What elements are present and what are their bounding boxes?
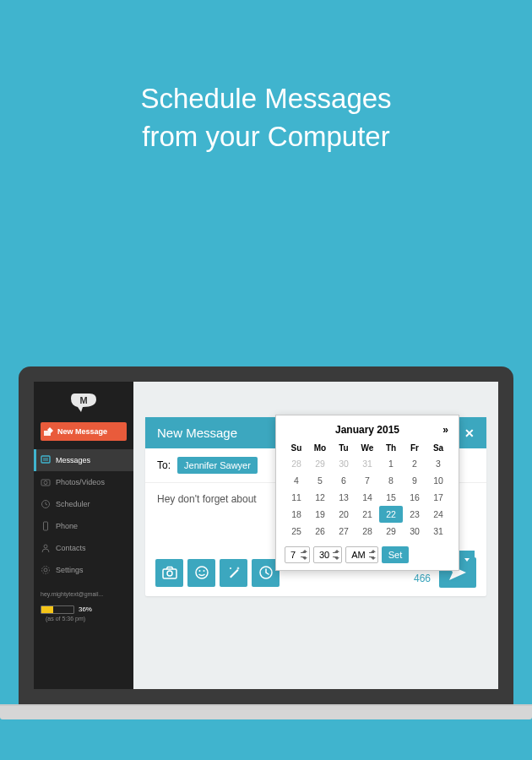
battery-indicator: 36% (as of 5:36 pm) [41, 605, 127, 622]
svg-point-15 [198, 570, 200, 572]
laptop-mockup: M New Message Messages Photos/Videos Sch… [19, 366, 513, 719]
sidebar: M New Message Messages Photos/Videos Sch… [34, 382, 133, 689]
calendar-day[interactable]: 4 [285, 472, 308, 489]
sidebar-item-scheduler[interactable]: Scheduler [34, 493, 133, 515]
calendar-dow: Fr [403, 441, 426, 455]
new-message-button[interactable]: New Message [41, 422, 127, 441]
svg-text:M: M [79, 395, 87, 405]
svg-point-14 [196, 567, 208, 578]
person-icon [41, 543, 51, 553]
calendar-day[interactable]: 30 [403, 523, 426, 540]
calendar-title: January 2015 » [285, 424, 450, 436]
svg-point-9 [44, 545, 47, 548]
calendar-dow: Sa [426, 441, 450, 455]
calendar-day[interactable]: 15 [379, 489, 403, 506]
calendar-dow: We [356, 441, 379, 455]
calendar-dow: Tu [332, 441, 356, 455]
calendar-day[interactable]: 20 [332, 506, 356, 523]
ampm-stepper[interactable]: AM [345, 546, 378, 563]
calendar-day[interactable]: 26 [308, 523, 332, 540]
calendar-day[interactable]: 11 [285, 489, 308, 506]
sidebar-item-phone[interactable]: Phone [34, 515, 133, 537]
calendar-day[interactable]: 8 [379, 472, 403, 489]
svg-point-17 [230, 567, 231, 569]
calendar-day[interactable]: 25 [285, 523, 308, 540]
calendar-day[interactable]: 13 [332, 489, 356, 506]
compose-title: New Message [157, 426, 237, 440]
calendar-day[interactable]: 24 [426, 506, 450, 523]
sidebar-item-settings[interactable]: Settings [34, 559, 133, 581]
calendar-dow: Mo [308, 441, 332, 455]
messages-icon [41, 455, 51, 465]
calendar-day[interactable]: 27 [332, 523, 356, 540]
calendar-day[interactable]: 31 [356, 455, 379, 472]
svg-point-11 [42, 567, 50, 574]
account-email: hey.mightytext@gmail... [34, 588, 133, 600]
calendar-day[interactable]: 12 [308, 489, 332, 506]
set-button[interactable]: Set [382, 546, 410, 563]
sidebar-item-label: Contacts [56, 544, 86, 552]
svg-point-16 [203, 570, 204, 572]
calendar-dow: Su [285, 441, 308, 455]
calendar-day[interactable]: 2 [403, 455, 426, 472]
camera-icon [162, 566, 177, 579]
calendar-dow: Th [379, 441, 403, 455]
sidebar-item-messages[interactable]: Messages [34, 449, 133, 471]
calendar-day[interactable]: 7 [356, 472, 379, 489]
svg-rect-2 [41, 456, 50, 463]
sidebar-item-label: Messages [56, 456, 90, 464]
compose-icon [44, 427, 54, 436]
phone-icon [41, 521, 51, 531]
app-logo: M [69, 392, 98, 414]
sidebar-item-label: Photos/Videos [56, 478, 105, 486]
date-picker: January 2015 » SuMoTuWeThFrSa28293031123… [275, 415, 459, 571]
calendar-day[interactable]: 31 [426, 523, 450, 540]
calendar-day[interactable]: 28 [285, 455, 308, 472]
camera-icon [41, 477, 51, 487]
calendar-day[interactable]: 23 [403, 506, 426, 523]
calendar-day[interactable]: 1 [379, 455, 403, 472]
sidebar-item-photos[interactable]: Photos/Videos [34, 471, 133, 493]
sidebar-item-label: Scheduler [56, 500, 90, 508]
svg-point-6 [44, 481, 47, 485]
smile-icon [194, 565, 209, 580]
calendar-day[interactable]: 19 [308, 506, 332, 523]
recipient-chip[interactable]: Jennifer Sawyer [177, 457, 258, 474]
clock-icon [258, 565, 274, 580]
svg-point-13 [167, 571, 172, 576]
calendar-next-button[interactable]: » [442, 424, 448, 436]
character-count: 466 [414, 573, 431, 588]
compose-panel: New Message ✕ To: Jennifer Sawyer Hey do… [145, 417, 486, 596]
main-content: New Message ✕ To: Jennifer Sawyer Hey do… [133, 382, 498, 689]
calendar-day[interactable]: 30 [332, 455, 356, 472]
calendar-day[interactable]: 18 [285, 506, 308, 523]
attach-photo-button[interactable] [155, 559, 183, 587]
calendar-day[interactable]: 3 [426, 455, 450, 472]
hero-title: Schedule Messages from your Computer [0, 0, 532, 155]
gear-icon [41, 565, 51, 575]
calendar-day[interactable]: 22 [379, 506, 403, 523]
svg-point-10 [44, 568, 47, 572]
minute-stepper[interactable]: 30 [313, 546, 342, 563]
emoji-button[interactable] [187, 559, 215, 587]
to-label: To: [157, 459, 171, 471]
calendar-day[interactable]: 29 [308, 455, 332, 472]
close-icon[interactable]: ✕ [464, 426, 475, 440]
magic-button[interactable] [220, 559, 247, 587]
sidebar-item-contacts[interactable]: Contacts [34, 537, 133, 559]
dropdown-caret-icon [459, 551, 475, 569]
calendar-day[interactable]: 5 [308, 472, 332, 489]
calendar-day[interactable]: 9 [403, 472, 426, 489]
calendar-day[interactable]: 29 [379, 523, 403, 540]
calendar-day[interactable]: 17 [426, 489, 450, 506]
clock-icon [41, 499, 51, 509]
calendar-day[interactable]: 10 [426, 472, 450, 489]
calendar-day[interactable]: 21 [356, 506, 379, 523]
calendar-day[interactable]: 14 [356, 489, 379, 506]
calendar-day[interactable]: 16 [403, 489, 426, 506]
laptop-base [0, 704, 532, 719]
calendar-day[interactable]: 28 [356, 523, 379, 540]
calendar-day[interactable]: 6 [332, 472, 356, 489]
svg-rect-8 [44, 522, 48, 530]
hour-stepper[interactable]: 7 [285, 546, 310, 563]
